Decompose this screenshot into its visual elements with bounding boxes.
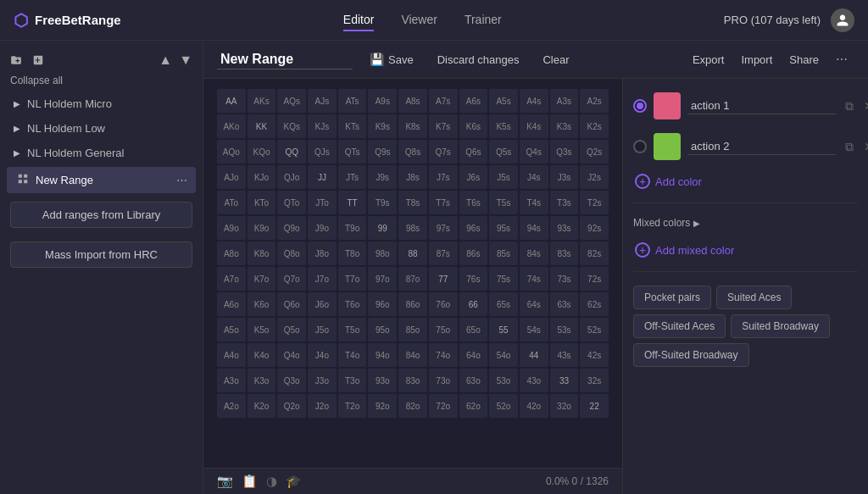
grid-cell[interactable]: 85s bbox=[489, 241, 518, 265]
grid-cell[interactable]: 94s bbox=[520, 216, 548, 240]
move-up-button[interactable]: ▲ bbox=[159, 53, 172, 68]
brightness-icon[interactable]: ◑ bbox=[266, 474, 277, 489]
grid-cell[interactable]: 32s bbox=[580, 369, 609, 392]
grid-cell[interactable]: AKo bbox=[217, 114, 246, 138]
grid-cell[interactable]: K7o bbox=[248, 267, 276, 291]
grid-cell[interactable]: ATs bbox=[338, 89, 367, 113]
grid-cell[interactable]: KK bbox=[248, 114, 276, 138]
grid-cell[interactable]: 63o bbox=[459, 369, 488, 392]
grid-cell[interactable]: 93s bbox=[550, 216, 579, 240]
grid-cell[interactable]: T9o bbox=[338, 216, 367, 240]
action-1-radio[interactable] bbox=[633, 99, 647, 113]
grid-cell[interactable]: 43o bbox=[520, 369, 548, 392]
grid-cell[interactable]: T7o bbox=[338, 267, 367, 291]
off-suited-broadway-button[interactable]: Off-Suited Broadway bbox=[633, 343, 749, 367]
grid-cell[interactable]: A9s bbox=[368, 89, 397, 113]
grid-cell[interactable]: QJs bbox=[308, 140, 337, 164]
grid-cell[interactable]: A2o bbox=[217, 394, 246, 418]
grid-cell[interactable]: JTo bbox=[308, 191, 337, 214]
grid-cell[interactable]: J5s bbox=[489, 165, 518, 189]
grid-cell[interactable]: 42s bbox=[580, 343, 609, 367]
add-mixed-color-button[interactable]: + Add mixed color bbox=[633, 239, 858, 261]
copy-action-2-button[interactable]: ⧉ bbox=[843, 138, 855, 156]
grid-cell[interactable]: 76o bbox=[429, 292, 458, 316]
grid-cell[interactable]: Q2o bbox=[277, 394, 306, 418]
grid-cell[interactable]: JJ bbox=[308, 165, 337, 189]
grid-cell[interactable]: Q4o bbox=[277, 343, 306, 367]
grid-cell[interactable]: AA bbox=[217, 89, 246, 113]
grid-cell[interactable]: 65o bbox=[459, 318, 488, 341]
grid-cell[interactable]: J7s bbox=[429, 165, 458, 189]
grid-cell[interactable]: 64o bbox=[459, 343, 488, 367]
grid-cell[interactable]: 87o bbox=[398, 267, 427, 291]
grid-cell[interactable]: 92o bbox=[368, 394, 397, 418]
grid-cell[interactable]: QTs bbox=[338, 140, 367, 164]
grid-cell[interactable]: 87s bbox=[429, 241, 458, 265]
off-suited-aces-button[interactable]: Off-Suited Aces bbox=[633, 314, 726, 338]
grid-cell[interactable]: J8s bbox=[398, 165, 427, 189]
mass-import-button[interactable]: Mass Import from HRC bbox=[10, 241, 192, 268]
grid-cell[interactable]: J6o bbox=[308, 292, 337, 316]
grid-cell[interactable]: KJo bbox=[248, 165, 276, 189]
grid-cell[interactable]: KQs bbox=[277, 114, 306, 138]
grid-cell[interactable]: T5o bbox=[338, 318, 367, 341]
grid-cell[interactable]: A4o bbox=[217, 343, 246, 367]
grid-cell[interactable]: A3o bbox=[217, 369, 246, 392]
grid-cell[interactable]: 95o bbox=[368, 318, 397, 341]
grid-cell[interactable]: 64s bbox=[520, 292, 548, 316]
suited-aces-button[interactable]: Suited Aces bbox=[716, 286, 792, 309]
grid-cell[interactable]: 84o bbox=[398, 343, 427, 367]
grid-cell[interactable]: K6o bbox=[248, 292, 276, 316]
grid-cell[interactable]: K8o bbox=[248, 241, 276, 265]
sidebar-item-nl-micro[interactable]: ▶ NL Holdem Micro bbox=[3, 92, 199, 116]
pocket-pairs-button[interactable]: Pocket pairs bbox=[633, 286, 711, 309]
add-folder-button[interactable] bbox=[10, 54, 22, 66]
grid-cell[interactable]: A7s bbox=[429, 89, 458, 113]
grid-cell[interactable]: J2s bbox=[580, 165, 609, 189]
grid-cell[interactable]: K4s bbox=[520, 114, 548, 138]
grid-cell[interactable]: 83s bbox=[550, 241, 579, 265]
grid-cell[interactable]: K8s bbox=[398, 114, 427, 138]
grid-cell[interactable]: K7s bbox=[429, 114, 458, 138]
grid-cell[interactable]: 72s bbox=[580, 267, 609, 291]
grid-cell[interactable]: 32o bbox=[550, 394, 579, 418]
grid-cell[interactable]: T2o bbox=[338, 394, 367, 418]
grid-cell[interactable]: 86o bbox=[398, 292, 427, 316]
avatar-button[interactable] bbox=[831, 8, 854, 32]
grid-cell[interactable]: K6s bbox=[459, 114, 488, 138]
grid-cell[interactable]: 84s bbox=[520, 241, 548, 265]
action-2-color[interactable] bbox=[654, 133, 681, 160]
action-1-name-input[interactable] bbox=[687, 97, 837, 114]
grid-cell[interactable]: A9o bbox=[217, 216, 246, 240]
grid-cell[interactable]: J5o bbox=[308, 318, 337, 341]
grid-cell[interactable]: K5o bbox=[248, 318, 276, 341]
grid-cell[interactable]: Q4s bbox=[520, 140, 548, 164]
grid-cell[interactable]: 74o bbox=[429, 343, 458, 367]
grid-cell[interactable]: 54o bbox=[489, 343, 518, 367]
grid-cell[interactable]: J9o bbox=[308, 216, 337, 240]
grid-cell[interactable]: T9s bbox=[368, 191, 397, 214]
grid-cell[interactable]: 63s bbox=[550, 292, 579, 316]
grid-cell[interactable]: Q9o bbox=[277, 216, 306, 240]
grid-cell[interactable]: A6s bbox=[459, 89, 488, 113]
grid-cell[interactable]: J6s bbox=[459, 165, 488, 189]
grid-cell[interactable]: A5s bbox=[489, 89, 518, 113]
range-options-button[interactable]: ⋯ bbox=[176, 174, 189, 186]
grid-cell[interactable]: 76s bbox=[459, 267, 488, 291]
collapse-all-button[interactable]: Collapse all bbox=[0, 73, 203, 92]
grid-cell[interactable]: 55 bbox=[489, 318, 518, 341]
grid-cell[interactable]: 62o bbox=[459, 394, 488, 418]
grid-cell[interactable]: AKs bbox=[248, 89, 276, 113]
grid-cell[interactable]: JTs bbox=[338, 165, 367, 189]
delete-action-1-button[interactable]: ✕ bbox=[862, 97, 868, 114]
grid-cell[interactable]: 85o bbox=[398, 318, 427, 341]
delete-action-2-button[interactable]: ✕ bbox=[862, 138, 868, 155]
grid-cell[interactable]: K9s bbox=[368, 114, 397, 138]
share-button[interactable]: Share bbox=[782, 49, 826, 69]
add-library-button[interactable]: Add ranges from Library bbox=[10, 202, 192, 228]
grid-cell[interactable]: AQs bbox=[277, 89, 306, 113]
sidebar-item-nl-general[interactable]: ▶ NL Holdem General bbox=[3, 141, 199, 165]
grid-cell[interactable]: 43s bbox=[550, 343, 579, 367]
range-name-input[interactable] bbox=[217, 50, 353, 69]
grid-cell[interactable]: A8s bbox=[398, 89, 427, 113]
